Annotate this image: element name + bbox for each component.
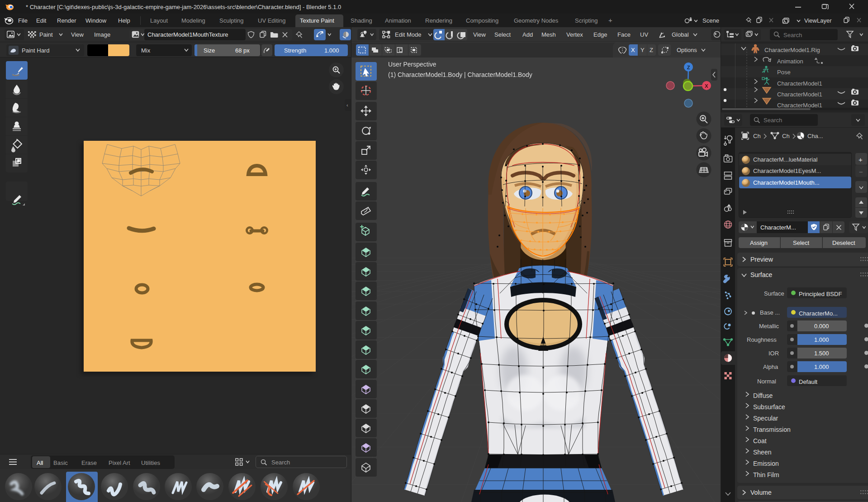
svg-text:X: X bbox=[705, 83, 708, 89]
svg-text:Z: Z bbox=[687, 65, 690, 70]
svg-text:User Perspective: User Perspective bbox=[388, 61, 436, 68]
svg-text:(1) CharacterModel1.Body | Cha: (1) CharacterModel1.Body | CharacterMode… bbox=[388, 71, 532, 78]
